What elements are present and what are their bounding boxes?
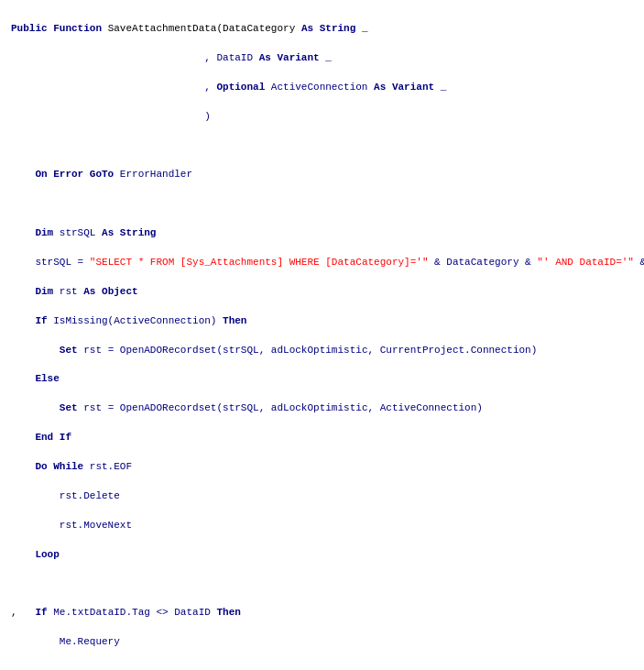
line-22: Me.Requery (11, 635, 640, 650)
line-7 (11, 197, 640, 212)
line-2: , DataID As Variant _ (11, 51, 640, 66)
code-editor: Public Function SaveAttachmentData(DataC… (4, 7, 640, 670)
line-8: Dim strSQL As String (11, 226, 640, 241)
line-10: Dim rst As Object (11, 285, 640, 300)
line-19: Loop (11, 548, 640, 563)
line-9: strSQL = "SELECT * FROM [Sys_Attachments… (11, 256, 640, 270)
line-3: , Optional ActiveConnection As Variant _ (11, 81, 640, 95)
line-1: Public Function SaveAttachmentData(DataC… (11, 22, 640, 37)
line-15: End If (11, 431, 640, 445)
line-12: Set rst = OpenADORecordset(strSQL, adLoc… (11, 344, 640, 358)
line-18: rst.MoveNext (11, 519, 640, 533)
line-13: Else (11, 372, 640, 387)
line-4: ) (11, 110, 640, 125)
line-5 (11, 138, 640, 153)
line-11: If IsMissing(ActiveConnection) Then (11, 314, 640, 329)
line-21: , If Me.txtDataID.Tag <> DataID Then (11, 606, 640, 621)
line-17: rst.Delete (11, 489, 640, 504)
line-14: Set rst = OpenADORecordset(strSQL, adLoc… (11, 401, 640, 416)
line-20 (11, 577, 640, 592)
line-6: On Error GoTo ErrorHandler (11, 168, 640, 182)
line-16: Do While rst.EOF (11, 460, 640, 475)
